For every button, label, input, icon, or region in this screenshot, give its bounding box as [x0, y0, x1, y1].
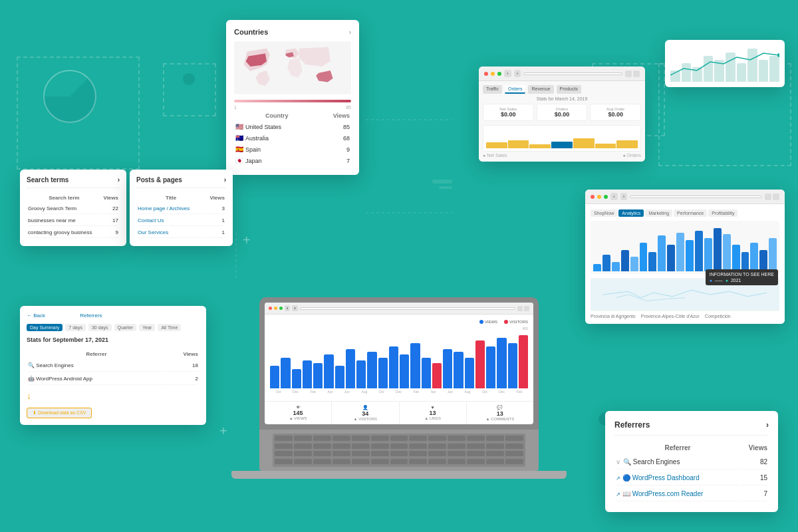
analytics-tab-shopnow[interactable]: ShopNow [591, 209, 617, 217]
keyboard-key[interactable] [294, 436, 312, 441]
keyboard-key[interactable] [332, 436, 350, 441]
keyboard-key[interactable] [505, 444, 523, 449]
keyboard-key[interactable] [505, 451, 523, 456]
woo-bar-chart [483, 125, 641, 152]
woo-tab-traffic[interactable]: Traffic [483, 85, 502, 94]
nav-back[interactable]: ‹ [504, 70, 511, 77]
keyboard-key[interactable] [313, 451, 331, 456]
keyboard-key[interactable] [428, 436, 446, 441]
keyboard-key[interactable] [448, 451, 466, 456]
keyboard-key[interactable] [467, 451, 485, 456]
keyboard-key[interactable] [467, 444, 485, 449]
analytics-tabs[interactable]: ShopNowAnalyticsMarketingPerformanceProf… [591, 209, 779, 217]
woo-metric-net-sales: Net Sales$0.00 [483, 104, 534, 121]
keyboard-key[interactable] [332, 459, 350, 464]
keyboard-key[interactable] [275, 451, 293, 456]
keyboard-key[interactable] [313, 436, 331, 441]
keyboard-key[interactable] [294, 451, 312, 456]
keyboard-key[interactable] [371, 451, 389, 456]
posts-pages-card: Posts & pages › Title Views Home page / … [130, 170, 233, 246]
l-nav-back[interactable]: ‹ [285, 305, 290, 311]
keyboard-key[interactable] [332, 444, 350, 449]
keyboard-key[interactable] [467, 436, 485, 441]
woo-tabs[interactable]: TrafficOrdersRevenueProducts [483, 85, 641, 94]
keyboard-key[interactable] [467, 459, 485, 464]
a-bar-13 [714, 228, 722, 271]
referrers-large-chevron[interactable]: › [766, 420, 769, 430]
woo-tab-orders[interactable]: Orders [505, 85, 525, 94]
analytics-tab-performance[interactable]: Performance [674, 209, 707, 217]
tab-bar[interactable]: Day Summary7 days30 daysQuarterYearAll T… [27, 324, 200, 331]
keyboard-key[interactable] [313, 444, 331, 449]
keyboard-key[interactable] [275, 436, 293, 441]
st-col-views: Views [102, 194, 118, 202]
keyboard-key[interactable] [486, 436, 504, 441]
tab-7-days[interactable]: 7 days [65, 324, 86, 331]
keyboard-key[interactable] [352, 459, 370, 464]
a-nav-back[interactable]: ‹ [610, 193, 618, 200]
a-bar-15 [732, 245, 740, 271]
nav-forward[interactable]: › [514, 70, 521, 77]
keyboard-key[interactable] [448, 459, 466, 464]
analytics-url-bar[interactable] [630, 196, 762, 198]
keyboard-key[interactable] [448, 444, 466, 449]
keyboard-key[interactable] [352, 436, 370, 441]
laptop-keyboard [273, 434, 525, 467]
keyboard-key[interactable] [371, 436, 389, 441]
keyboard-key[interactable] [352, 444, 370, 449]
tab-year[interactable]: Year [139, 324, 155, 331]
woo-url-bar[interactable] [523, 72, 622, 75]
laptop-bar-6 [335, 366, 344, 388]
laptop-url-bar[interactable] [300, 307, 515, 310]
back-nav[interactable]: ← Back Referrers [27, 313, 200, 319]
laptop-bar-23 [519, 335, 528, 389]
keyboard-key[interactable] [390, 444, 408, 449]
countries-chevron[interactable]: › [349, 29, 351, 36]
a-nav-forward[interactable]: › [620, 193, 628, 200]
download-csv-button[interactable]: ⬇ Download data as CSV [27, 408, 92, 418]
keyboard-key[interactable] [294, 444, 312, 449]
col-views: Views [319, 111, 350, 120]
tab-quarter[interactable]: Quarter [114, 324, 137, 331]
keyboard-key[interactable] [390, 451, 408, 456]
keyboard-key[interactable] [486, 459, 504, 464]
keyboard-key[interactable] [505, 436, 523, 441]
analytics-tab-marketing[interactable]: Marketing [645, 209, 672, 217]
keyboard-key[interactable] [390, 459, 408, 464]
keyboard-key[interactable] [486, 451, 504, 456]
analytics-footer: Provincia di Agrigento Provence-Alpes-Cô… [591, 314, 779, 319]
keyboard-key[interactable] [390, 436, 408, 441]
search-terms-chevron[interactable]: › [118, 176, 120, 184]
keyboard-key[interactable] [409, 436, 427, 441]
keyboard-key[interactable] [428, 444, 446, 449]
analytics-tab-analytics[interactable]: Analytics [618, 209, 644, 217]
tab-day-summary[interactable]: Day Summary [27, 324, 63, 331]
tab-all-time[interactable]: All Time [158, 324, 181, 331]
laptop-bar-18 [465, 358, 474, 389]
keyboard-key[interactable] [448, 436, 466, 441]
keyboard-key[interactable] [428, 451, 446, 456]
posts-chevron[interactable]: › [224, 176, 226, 184]
keyboard-key[interactable] [332, 451, 350, 456]
keyboard-key[interactable] [275, 459, 293, 464]
referrers-large-table: Referrer Views ∨🔍 Search Engines82↗🔵 Wor… [614, 441, 769, 503]
keyboard-key[interactable] [371, 459, 389, 464]
keyboard-key[interactable] [371, 444, 389, 449]
keyboard-key[interactable] [409, 444, 427, 449]
keyboard-key[interactable] [409, 459, 427, 464]
tab-30-days[interactable]: 30 days [88, 324, 112, 331]
keyboard-key[interactable] [409, 451, 427, 456]
keyboard-key[interactable] [275, 444, 293, 449]
laptop-screen: ‹ › VIEWS VISITORS 800 OctDecFebAprJunAu… [265, 303, 533, 424]
search-term-row: contacting groovy business9 [28, 227, 118, 238]
keyboard-key[interactable] [294, 459, 312, 464]
keyboard-key[interactable] [428, 459, 446, 464]
l-nav-forward[interactable]: › [292, 305, 297, 311]
keyboard-key[interactable] [352, 451, 370, 456]
woo-tab-products[interactable]: Products [557, 85, 582, 94]
woo-tab-revenue[interactable]: Revenue [528, 85, 553, 94]
keyboard-key[interactable] [486, 444, 504, 449]
keyboard-key[interactable] [505, 459, 523, 464]
keyboard-key[interactable] [313, 459, 331, 464]
analytics-tab-profitability[interactable]: Profitability [708, 209, 737, 217]
